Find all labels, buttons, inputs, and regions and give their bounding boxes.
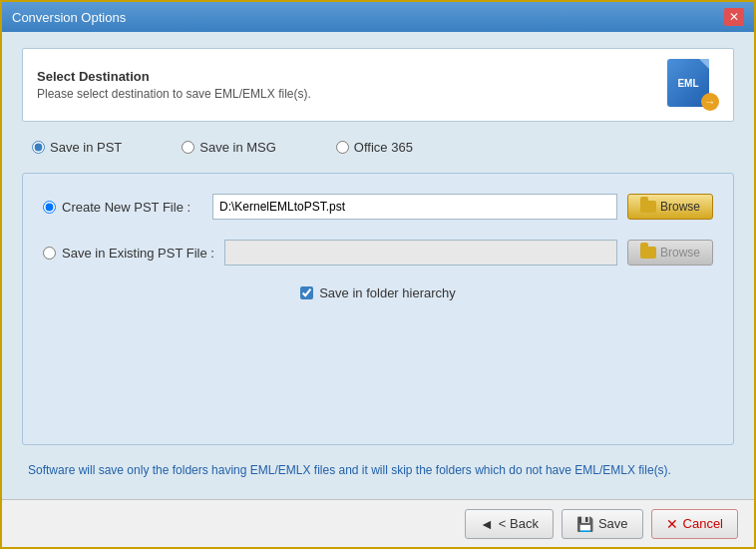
cancel-button[interactable]: ✕ Cancel bbox=[651, 509, 738, 539]
radio-msg-input[interactable] bbox=[182, 141, 194, 154]
radio-options-row: Save in PST Save in MSG Office 365 bbox=[22, 134, 734, 161]
save-button[interactable]: 💾 Save bbox=[562, 509, 643, 539]
radio-existing-pst[interactable] bbox=[43, 247, 56, 260]
folder-hierarchy-row: Save in folder hierarchy bbox=[43, 285, 713, 300]
radio-save-pst[interactable]: Save in PST bbox=[32, 140, 122, 155]
radio-o365-input[interactable] bbox=[336, 141, 349, 154]
existing-pst-input[interactable] bbox=[224, 240, 617, 266]
eml-icon: EML → bbox=[667, 59, 719, 111]
radio-msg-label[interactable]: Save in MSG bbox=[199, 140, 276, 155]
existing-pst-label[interactable]: Save in Existing PST File : bbox=[43, 246, 214, 261]
cancel-icon: ✕ bbox=[666, 516, 678, 532]
existing-pst-row: Save in Existing PST File : Browse bbox=[43, 240, 713, 266]
browse-button-2[interactable]: Browse bbox=[627, 240, 713, 266]
create-pst-row: Create New PST File : D:\\KernelEMLtoPST… bbox=[43, 194, 713, 220]
header-section: Select Destination Please select destina… bbox=[22, 48, 734, 122]
folder-hierarchy-label[interactable]: Save in folder hierarchy bbox=[319, 285, 456, 300]
radio-o365-label[interactable]: Office 365 bbox=[354, 140, 413, 155]
create-pst-input[interactable]: D:\\KernelEMLtoPST.pst bbox=[212, 194, 617, 220]
save-icon: 💾 bbox=[576, 516, 593, 532]
back-button[interactable]: ◄ < Back bbox=[465, 509, 554, 539]
info-text: Software will save only the folders havi… bbox=[22, 457, 734, 483]
header-title: Select Destination bbox=[37, 69, 311, 84]
radio-create-pst[interactable] bbox=[43, 201, 56, 214]
dialog-footer: ◄ < Back 💾 Save ✕ Cancel bbox=[2, 499, 754, 547]
radio-pst-input[interactable] bbox=[32, 141, 45, 154]
dialog-title: Conversion Options bbox=[12, 10, 126, 25]
back-icon: ◄ bbox=[480, 516, 494, 532]
folder-hierarchy-checkbox[interactable] bbox=[300, 286, 313, 299]
create-pst-label[interactable]: Create New PST File : bbox=[43, 200, 202, 215]
radio-pst-label[interactable]: Save in PST bbox=[50, 140, 122, 155]
radio-save-msg[interactable]: Save in MSG bbox=[182, 140, 276, 155]
header-text: Select Destination Please select destina… bbox=[37, 69, 311, 101]
radio-office365[interactable]: Office 365 bbox=[336, 140, 413, 155]
folder-icon-2 bbox=[640, 247, 656, 259]
header-subtitle: Please select destination to save EML/EM… bbox=[37, 87, 311, 101]
arrow-badge: → bbox=[701, 93, 719, 111]
browse-button-1[interactable]: Browse bbox=[627, 194, 713, 220]
title-bar: Conversion Options ✕ bbox=[2, 2, 754, 32]
pst-options-panel: Create New PST File : D:\\KernelEMLtoPST… bbox=[22, 173, 734, 445]
dialog-window: Conversion Options ✕ Select Destination … bbox=[0, 0, 756, 549]
close-button[interactable]: ✕ bbox=[724, 8, 744, 26]
folder-icon-1 bbox=[640, 201, 656, 213]
dialog-body: Select Destination Please select destina… bbox=[2, 32, 754, 499]
